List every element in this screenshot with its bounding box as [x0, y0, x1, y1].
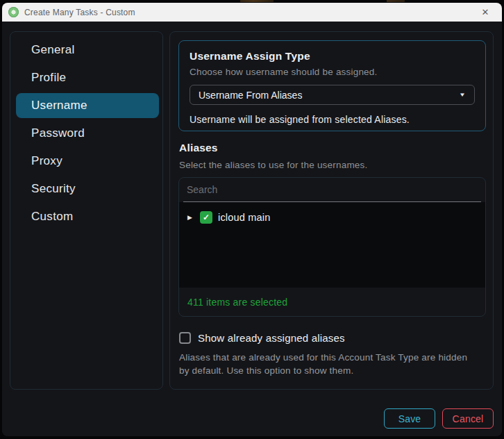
create-many-tasks-dialog: Create Many Tasks - Custom ✕ General Pro… [2, 3, 502, 436]
sidebar-item-custom[interactable]: Custom [10, 203, 162, 231]
dialog-actions: Save Cancel [384, 408, 494, 429]
dropdown-selected-value: Username From Aliases [199, 90, 302, 101]
search-input[interactable] [179, 178, 485, 201]
background-window-fragment [240, 0, 274, 2]
show-assigned-aliases-toggle[interactable]: Show already assigned aliases [179, 332, 345, 344]
aliases-listbox: ▶ ✓ icloud main 411 items are selected [178, 177, 486, 317]
cancel-button[interactable]: Cancel [442, 408, 494, 429]
title-bar[interactable]: Create Many Tasks - Custom ✕ [2, 3, 502, 22]
window-title: Create Many Tasks - Custom [24, 8, 135, 17]
selection-status-row: 411 items are selected [179, 288, 485, 317]
aliases-description: Select the aliases to use for the userna… [179, 160, 367, 170]
card-description: Choose how username should be assigned. [190, 67, 475, 77]
search-divider [183, 201, 481, 202]
selection-status: 411 items are selected [187, 297, 287, 308]
sidebar-item-username[interactable]: Username [16, 93, 159, 118]
aliases-title: Aliases [179, 142, 218, 154]
aliases-search-row [179, 178, 485, 202]
sidebar-item-profile[interactable]: Profile [10, 64, 162, 92]
sidebar-item-general[interactable]: General [10, 36, 162, 64]
tree-item-icloud-main[interactable]: ▶ ✓ icloud main [179, 208, 485, 226]
dialog-body: General Profile Username Password Proxy … [2, 22, 502, 436]
unchecked-checkbox[interactable] [179, 332, 191, 344]
checked-checkbox-icon[interactable]: ✓ [200, 211, 212, 224]
settings-nav-panel: General Profile Username Password Proxy … [10, 31, 163, 390]
sidebar-item-password[interactable]: Password [10, 119, 162, 147]
chevron-down-icon: ▼ [459, 92, 466, 98]
close-icon[interactable]: ✕ [474, 3, 496, 22]
aliases-tree: ▶ ✓ icloud main [179, 202, 485, 288]
show-assigned-help: Aliases that are already used for this A… [179, 351, 473, 377]
assign-type-note: Username will be assigned from selected … [190, 114, 475, 125]
save-button[interactable]: Save [384, 408, 435, 429]
sidebar-item-security[interactable]: Security [10, 175, 162, 203]
expand-arrow-icon[interactable]: ▶ [187, 214, 196, 221]
username-assign-type-dropdown[interactable]: Username From Aliases ▼ [190, 85, 475, 105]
show-assigned-label: Show already assigned aliases [198, 332, 345, 344]
tree-item-label: icloud main [218, 212, 271, 223]
card-title: Username Assign Type [190, 50, 475, 63]
background-window-fragment [387, 0, 405, 2]
screen-background: Create Many Tasks - Custom ✕ General Pro… [0, 0, 504, 439]
username-settings-panel: Username Assign Type Choose how username… [169, 31, 494, 390]
sidebar-item-proxy[interactable]: Proxy [10, 147, 162, 175]
username-assign-type-card: Username Assign Type Choose how username… [178, 40, 486, 131]
app-logo-icon [8, 7, 19, 17]
